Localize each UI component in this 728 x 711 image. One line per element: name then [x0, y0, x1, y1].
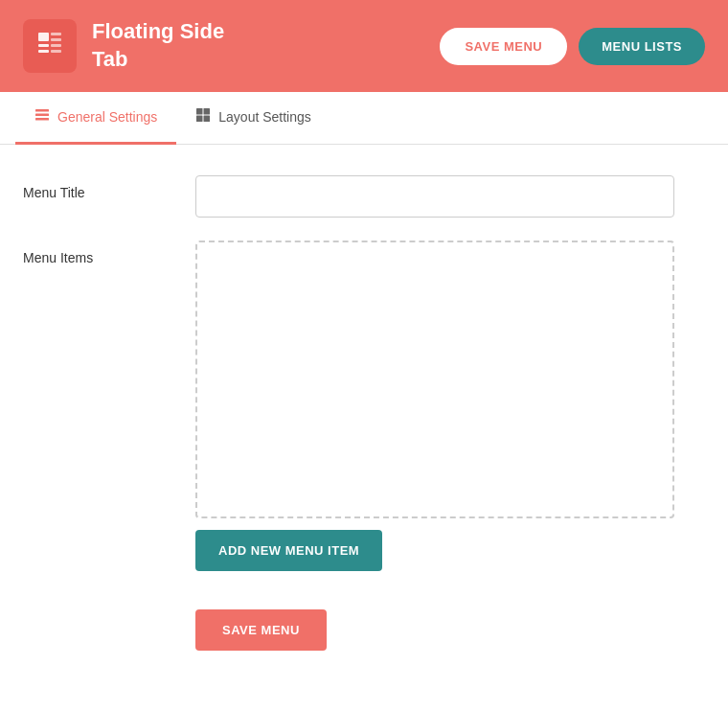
svg-rect-9	[35, 118, 49, 121]
logo-box	[23, 19, 77, 73]
add-menu-item-button[interactable]: ADD NEW MENU ITEM	[195, 530, 382, 571]
menu-items-area	[195, 241, 674, 518]
svg-rect-11	[204, 108, 211, 115]
layout-settings-icon	[195, 107, 211, 126]
menu-title-label: Menu Title	[23, 175, 195, 200]
general-settings-icon	[34, 107, 50, 126]
svg-rect-6	[51, 50, 61, 53]
header-buttons: SAVE MENU MENU LISTS	[440, 28, 705, 65]
svg-rect-5	[51, 44, 61, 47]
svg-rect-1	[38, 44, 49, 47]
svg-rect-13	[204, 116, 211, 123]
tab-general-settings[interactable]: General Settings	[15, 92, 176, 145]
svg-rect-2	[38, 50, 49, 53]
svg-rect-3	[51, 33, 61, 35]
menu-items-row: Menu Items ADD NEW MENU ITEM	[23, 241, 705, 571]
menu-items-field: ADD NEW MENU ITEM	[195, 241, 705, 571]
app-title: Floating Side Tab	[92, 18, 224, 73]
header: Floating Side Tab SAVE MENU MENU LISTS	[0, 0, 728, 92]
svg-rect-4	[51, 38, 61, 41]
menu-lists-button[interactable]: MENU LISTS	[579, 28, 705, 65]
tab-general-label: General Settings	[57, 109, 157, 125]
menu-title-row: Menu Title	[23, 175, 705, 218]
menu-items-label: Menu Items	[23, 241, 195, 265]
logo-icon	[36, 30, 63, 62]
save-menu-bottom-container: SAVE MENU	[195, 609, 705, 651]
menu-title-field	[195, 175, 705, 218]
tabs-container: General Settings Layout Settings	[0, 92, 728, 145]
save-menu-header-button[interactable]: SAVE MENU	[440, 28, 567, 65]
svg-rect-0	[38, 33, 49, 41]
svg-rect-10	[196, 108, 203, 115]
svg-rect-12	[196, 116, 203, 123]
save-menu-bottom-button[interactable]: SAVE MENU	[195, 609, 327, 651]
header-left: Floating Side Tab	[23, 18, 224, 73]
tab-layout-settings[interactable]: Layout Settings	[176, 92, 330, 145]
svg-rect-8	[35, 114, 49, 117]
menu-title-input[interactable]	[195, 175, 674, 218]
svg-rect-7	[35, 109, 49, 112]
main-content: Menu Title Menu Items ADD NEW MENU ITEM …	[0, 145, 728, 711]
tab-layout-label: Layout Settings	[218, 109, 311, 125]
